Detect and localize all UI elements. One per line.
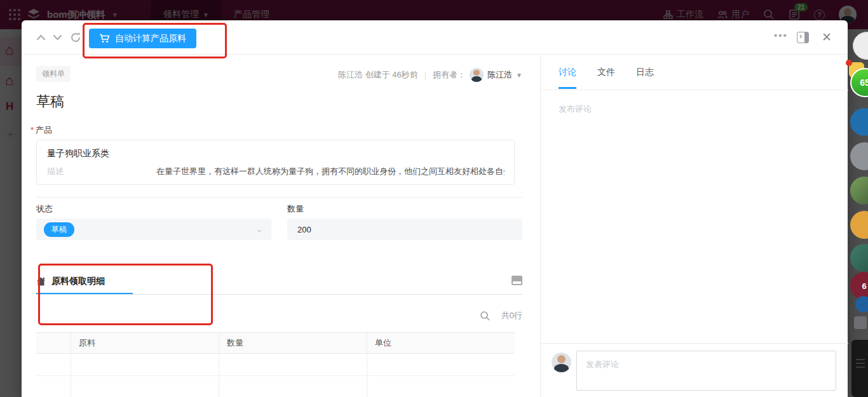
meta-divider: |: [424, 71, 426, 80]
tab-files[interactable]: 文件: [597, 67, 615, 89]
product-desc-text: 在量子世界里，有这样一群人统称为量子狗，拥有不同的职业身份，他们之间互相友好相处…: [156, 166, 505, 177]
form-type-tag: 领料单: [36, 66, 71, 82]
comment-avatar: [552, 353, 571, 372]
publish-comment-placeholder[interactable]: 发布评论: [559, 104, 592, 115]
tab-discussion[interactable]: 讨论: [559, 67, 576, 89]
row-count: 共0行: [501, 310, 522, 321]
modal-toolbar: 自动计算产品原料 ••• ✕: [22, 20, 848, 55]
owner-caret-icon[interactable]: ▼: [516, 72, 522, 79]
subtable-searchrow: 共0行: [36, 307, 522, 325]
required-asterisk: *: [31, 125, 34, 135]
record-meta: 陈江浩 创建于 46秒前 | 拥有者： 陈江浩 ▼: [308, 68, 522, 82]
table-row[interactable]: [36, 376, 515, 397]
subtable-home-icon: [36, 277, 46, 286]
dock-red-dot-badge: [846, 60, 852, 66]
cart-icon: [99, 34, 110, 43]
close-icon[interactable]: ✕: [822, 30, 832, 44]
status-chevron-down-icon: ⌄: [256, 225, 262, 234]
screen: bom倒冲领料 ▼ 领料管理▼ 产品管理 工作流 用户: [0, 0, 868, 397]
tabs-divider: [541, 90, 848, 90]
comment-input[interactable]: [576, 351, 836, 391]
subtable-header-material: 原料: [71, 333, 219, 353]
subtable: 原料 数量 单位: [36, 332, 515, 397]
tab-underline-track: [36, 294, 522, 295]
side-panel-toggle-icon[interactable]: [797, 32, 809, 43]
product-field-label: *产品: [31, 124, 52, 136]
comment-zone: [541, 343, 848, 397]
table-row[interactable]: [36, 354, 515, 376]
product-desc-label: 描述: [47, 166, 156, 177]
prev-record-icon[interactable]: [36, 34, 46, 41]
status-select[interactable]: 草稿 ⌄: [36, 219, 271, 240]
refresh-icon[interactable]: [70, 32, 81, 43]
subtable-tabrow: 原料领取明细: [36, 269, 522, 293]
record-title: 草稿: [36, 92, 64, 111]
qty-field-label: 数量: [287, 203, 304, 215]
subtable-search-icon[interactable]: [480, 311, 490, 321]
owner-name[interactable]: 陈江浩: [487, 69, 512, 81]
status-field-label: 状态: [36, 203, 53, 215]
product-card[interactable]: 量子狗职业系类 描述 在量子世界里，有这样一群人统称为量子狗，拥有不同的职业身份…: [36, 140, 515, 185]
subtable-header-row: 原料 数量 单位: [36, 332, 515, 354]
subtable-header-qty: 数量: [219, 333, 367, 353]
owner-label: 拥有者：: [433, 69, 466, 81]
creator-text: 陈江浩 创建于 46秒前: [338, 69, 418, 81]
section-divider: [36, 197, 522, 198]
qty-input[interactable]: 200: [287, 219, 522, 240]
status-badge: 草稿: [44, 222, 74, 237]
dock-blue-sliver[interactable]: [855, 296, 868, 313]
more-options-icon[interactable]: •••: [774, 30, 788, 41]
next-record-icon[interactable]: [53, 34, 62, 41]
dock-idcard-icon[interactable]: [854, 316, 867, 329]
auto-calc-button[interactable]: 自动计算产品原料: [89, 29, 196, 48]
product-name[interactable]: 量子狗职业系类: [47, 148, 109, 159]
tab-logs[interactable]: 日志: [636, 67, 654, 89]
card-view-icon[interactable]: [512, 276, 522, 285]
side-panel: 讨论 文件 日志 发布评论: [540, 55, 848, 397]
subtable-header-unit: 单位: [367, 333, 515, 353]
owner-avatar[interactable]: [470, 68, 484, 82]
subtable-header-index: [36, 333, 71, 353]
subtable-tab[interactable]: 原料领取明细: [36, 276, 105, 287]
subtable-tab-label: 原料领取明细: [51, 276, 105, 287]
